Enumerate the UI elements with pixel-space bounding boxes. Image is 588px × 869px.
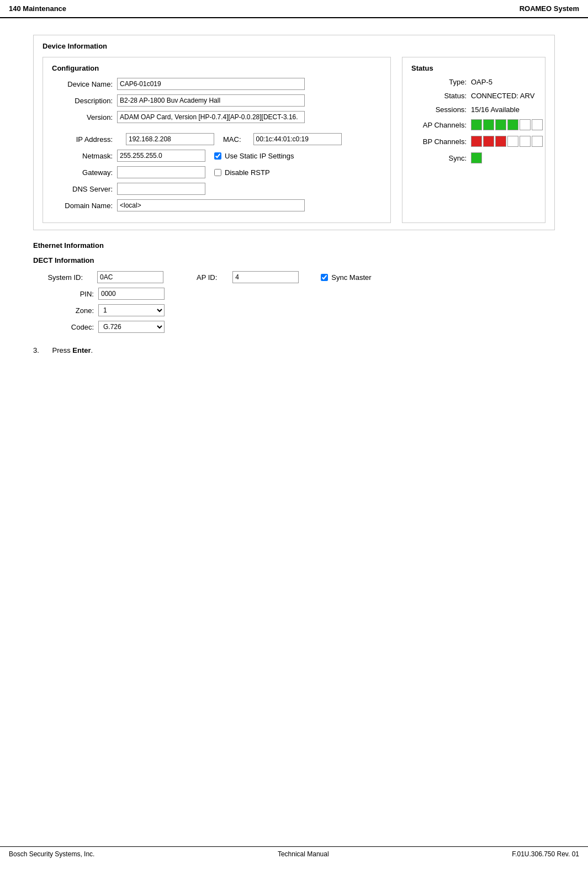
device-name-row: Device Name: xyxy=(52,78,382,90)
config-title: Configuration xyxy=(52,64,382,72)
config-section: Configuration Device Name: Description: … xyxy=(43,57,391,223)
system-id-input[interactable] xyxy=(97,271,163,283)
type-row: Type: OAP-5 xyxy=(411,78,536,86)
page-footer: Bosch Security Systems, Inc. Technical M… xyxy=(0,846,588,858)
sync-master-checkbox[interactable] xyxy=(321,274,328,281)
domain-row: Domain Name: xyxy=(52,199,382,211)
netmask-label: Netmask: xyxy=(52,152,113,160)
ip-mac-row: IP Address: MAC: xyxy=(52,133,382,145)
sync-master-container: Sync Master xyxy=(321,273,371,282)
pin-row: PIN: xyxy=(33,288,555,300)
ap-channel-cell xyxy=(495,119,506,130)
bp-channels-row: BP Channels: xyxy=(411,136,536,147)
mac-label: MAC: xyxy=(223,135,241,144)
version-label: Version: xyxy=(52,113,113,121)
gateway-row: Gateway: Disable RSTP xyxy=(52,166,382,178)
use-static-ip-row: Use Static IP Settings xyxy=(214,152,294,160)
device-info-title: Device Information xyxy=(43,42,545,50)
sessions-value: 15/16 Available xyxy=(471,105,520,114)
status-row: Status: CONNECTED: ARV xyxy=(411,92,536,100)
status-label: Status: xyxy=(411,92,467,100)
description-input[interactable] xyxy=(117,94,305,107)
step3-container: 3. Press Enter. xyxy=(33,346,555,354)
dect-info-section: DECT Information System ID: AP ID: Sync … xyxy=(33,256,555,333)
version-row: Version: xyxy=(52,111,382,123)
status-title: Status xyxy=(411,64,536,72)
ap-channel-cell xyxy=(471,119,482,130)
ethernet-info-section: Ethernet Information xyxy=(33,241,555,250)
bp-channel-cell xyxy=(507,136,518,147)
ap-channel-cell xyxy=(483,119,494,130)
header-left: 140 Maintenance xyxy=(9,4,66,13)
step3-num: 3. xyxy=(33,346,39,354)
zone-select[interactable]: 1234 xyxy=(98,304,165,316)
status-value: CONNECTED: ARV xyxy=(471,92,534,100)
device-info-box: Device Information Configuration Device … xyxy=(33,35,555,230)
use-static-ip-checkbox[interactable] xyxy=(214,152,221,160)
bp-channels-label: BP Channels: xyxy=(411,137,467,146)
dns-row: DNS Server: xyxy=(52,183,382,195)
bp-channel-cell xyxy=(471,136,482,147)
sync-label: Sync: xyxy=(411,154,467,162)
domain-label: Domain Name: xyxy=(52,202,113,210)
gateway-input[interactable] xyxy=(117,166,205,178)
dns-input[interactable] xyxy=(117,183,205,195)
dns-label: DNS Server: xyxy=(52,185,113,193)
ap-id-label: AP ID: xyxy=(197,273,217,282)
bp-channel-cell xyxy=(483,136,494,147)
description-row: Description: xyxy=(52,94,382,107)
domain-input[interactable] xyxy=(117,199,305,211)
mac-input[interactable] xyxy=(253,133,342,145)
ap-channels-label: AP Channels: xyxy=(411,121,467,129)
header-right: ROAMEO System xyxy=(520,4,579,13)
step3-action: Press Enter. xyxy=(52,346,93,354)
type-label: Type: xyxy=(411,78,467,86)
system-id-label: System ID: xyxy=(33,273,83,282)
codec-row: Codec: G.726G.711G.729 xyxy=(33,321,555,333)
codec-label: Codec: xyxy=(33,323,94,331)
codec-select[interactable]: G.726G.711G.729 xyxy=(98,321,165,333)
device-name-label: Device Name: xyxy=(52,80,113,88)
disable-rstp-row: Disable RSTP xyxy=(214,168,270,177)
zone-row: Zone: 1234 xyxy=(33,304,555,316)
ip-label: IP Address: xyxy=(52,135,113,144)
ap-channels-grid xyxy=(471,119,543,130)
ap-channel-cell xyxy=(507,119,518,130)
netmask-input[interactable] xyxy=(117,150,205,162)
dect-info-title: DECT Information xyxy=(33,256,555,264)
device-name-input[interactable] xyxy=(117,78,305,90)
system-id-row: System ID: AP ID: Sync Master xyxy=(33,271,555,283)
disable-rstp-label: Disable RSTP xyxy=(225,168,270,177)
use-static-ip-label: Use Static IP Settings xyxy=(225,152,294,160)
sessions-row: Sessions: 15/16 Available xyxy=(411,105,536,114)
ap-channels-row: AP Channels: xyxy=(411,119,536,130)
footer-left: Bosch Security Systems, Inc. xyxy=(9,850,94,858)
ap-channel-cell xyxy=(532,119,543,130)
step3-bold: Enter xyxy=(72,346,91,354)
step3-end: . xyxy=(91,346,93,354)
footer-right: F.01U.306.750 Rev. 01 xyxy=(512,850,579,858)
bp-channels-grid xyxy=(471,136,543,147)
status-section: Status Type: OAP-5 Status: CONNECTED: AR… xyxy=(402,57,545,223)
version-input[interactable] xyxy=(117,111,305,123)
bp-channel-cell xyxy=(495,136,506,147)
sync-row: Sync: xyxy=(411,152,536,163)
pin-label: PIN: xyxy=(33,290,94,298)
disable-rstp-checkbox[interactable] xyxy=(214,169,221,176)
bp-channel-cell xyxy=(532,136,543,147)
description-label: Description: xyxy=(52,97,113,105)
sync-indicator xyxy=(471,152,482,163)
ap-id-input[interactable] xyxy=(232,271,299,283)
ethernet-info-title: Ethernet Information xyxy=(33,241,555,250)
zone-label: Zone: xyxy=(33,306,94,315)
pin-input[interactable] xyxy=(98,288,165,300)
ap-channel-cell xyxy=(520,119,531,130)
netmask-row: Netmask: Use Static IP Settings xyxy=(52,150,382,162)
footer-center: Technical Manual xyxy=(278,850,329,858)
ip-input[interactable] xyxy=(126,133,214,145)
sync-master-label: Sync Master xyxy=(331,273,371,282)
sessions-label: Sessions: xyxy=(411,105,467,114)
gateway-label: Gateway: xyxy=(52,168,113,177)
type-value: OAP-5 xyxy=(471,78,492,86)
bp-channel-cell xyxy=(520,136,531,147)
